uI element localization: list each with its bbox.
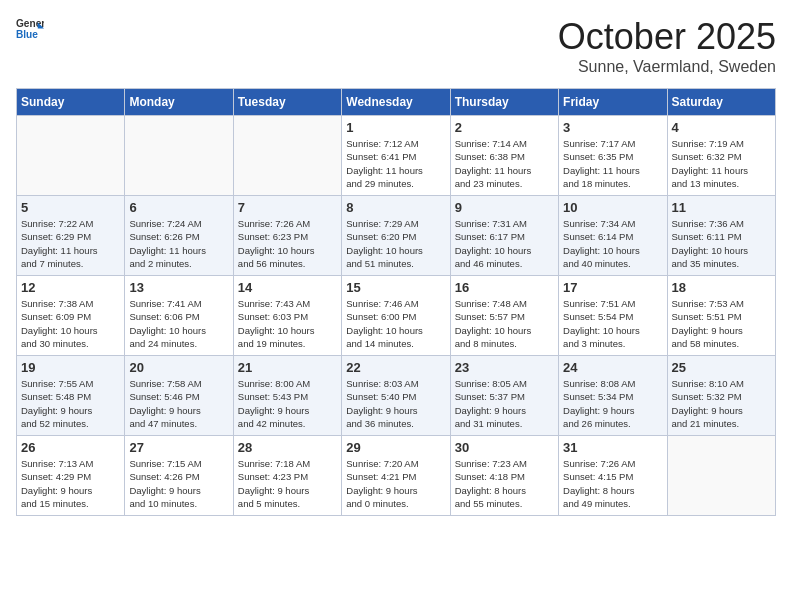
day-number: 8 xyxy=(346,200,445,215)
day-info: Sunrise: 7:14 AM Sunset: 6:38 PM Dayligh… xyxy=(455,137,554,190)
day-number: 4 xyxy=(672,120,771,135)
calendar-cell xyxy=(667,436,775,516)
title-area: October 2025 Sunne, Vaermland, Sweden xyxy=(558,16,776,76)
calendar-week-row: 19Sunrise: 7:55 AM Sunset: 5:48 PM Dayli… xyxy=(17,356,776,436)
calendar-cell: 29Sunrise: 7:20 AM Sunset: 4:21 PM Dayli… xyxy=(342,436,450,516)
calendar-cell: 10Sunrise: 7:34 AM Sunset: 6:14 PM Dayli… xyxy=(559,196,667,276)
day-info: Sunrise: 7:13 AM Sunset: 4:29 PM Dayligh… xyxy=(21,457,120,510)
day-info: Sunrise: 7:43 AM Sunset: 6:03 PM Dayligh… xyxy=(238,297,337,350)
day-info: Sunrise: 7:58 AM Sunset: 5:46 PM Dayligh… xyxy=(129,377,228,430)
day-info: Sunrise: 7:18 AM Sunset: 4:23 PM Dayligh… xyxy=(238,457,337,510)
day-info: Sunrise: 8:00 AM Sunset: 5:43 PM Dayligh… xyxy=(238,377,337,430)
month-title: October 2025 xyxy=(558,16,776,58)
calendar-table: SundayMondayTuesdayWednesdayThursdayFrid… xyxy=(16,88,776,516)
day-info: Sunrise: 7:53 AM Sunset: 5:51 PM Dayligh… xyxy=(672,297,771,350)
calendar-cell: 1Sunrise: 7:12 AM Sunset: 6:41 PM Daylig… xyxy=(342,116,450,196)
calendar-cell: 4Sunrise: 7:19 AM Sunset: 6:32 PM Daylig… xyxy=(667,116,775,196)
day-number: 3 xyxy=(563,120,662,135)
day-number: 26 xyxy=(21,440,120,455)
day-info: Sunrise: 7:46 AM Sunset: 6:00 PM Dayligh… xyxy=(346,297,445,350)
day-info: Sunrise: 8:08 AM Sunset: 5:34 PM Dayligh… xyxy=(563,377,662,430)
dow-header: Tuesday xyxy=(233,89,341,116)
calendar-cell: 8Sunrise: 7:29 AM Sunset: 6:20 PM Daylig… xyxy=(342,196,450,276)
calendar-cell: 23Sunrise: 8:05 AM Sunset: 5:37 PM Dayli… xyxy=(450,356,558,436)
calendar-cell: 21Sunrise: 8:00 AM Sunset: 5:43 PM Dayli… xyxy=(233,356,341,436)
dow-header: Sunday xyxy=(17,89,125,116)
calendar-cell: 31Sunrise: 7:26 AM Sunset: 4:15 PM Dayli… xyxy=(559,436,667,516)
calendar-cell: 25Sunrise: 8:10 AM Sunset: 5:32 PM Dayli… xyxy=(667,356,775,436)
calendar-cell: 14Sunrise: 7:43 AM Sunset: 6:03 PM Dayli… xyxy=(233,276,341,356)
day-info: Sunrise: 7:23 AM Sunset: 4:18 PM Dayligh… xyxy=(455,457,554,510)
day-number: 2 xyxy=(455,120,554,135)
dow-header: Friday xyxy=(559,89,667,116)
calendar-cell: 27Sunrise: 7:15 AM Sunset: 4:26 PM Dayli… xyxy=(125,436,233,516)
calendar-cell: 9Sunrise: 7:31 AM Sunset: 6:17 PM Daylig… xyxy=(450,196,558,276)
day-number: 25 xyxy=(672,360,771,375)
day-info: Sunrise: 7:36 AM Sunset: 6:11 PM Dayligh… xyxy=(672,217,771,270)
calendar-cell: 3Sunrise: 7:17 AM Sunset: 6:35 PM Daylig… xyxy=(559,116,667,196)
day-number: 14 xyxy=(238,280,337,295)
calendar-cell: 2Sunrise: 7:14 AM Sunset: 6:38 PM Daylig… xyxy=(450,116,558,196)
calendar-cell: 30Sunrise: 7:23 AM Sunset: 4:18 PM Dayli… xyxy=(450,436,558,516)
day-number: 27 xyxy=(129,440,228,455)
day-number: 13 xyxy=(129,280,228,295)
day-info: Sunrise: 7:29 AM Sunset: 6:20 PM Dayligh… xyxy=(346,217,445,270)
calendar-week-row: 1Sunrise: 7:12 AM Sunset: 6:41 PM Daylig… xyxy=(17,116,776,196)
subtitle: Sunne, Vaermland, Sweden xyxy=(558,58,776,76)
calendar-cell: 13Sunrise: 7:41 AM Sunset: 6:06 PM Dayli… xyxy=(125,276,233,356)
day-info: Sunrise: 7:31 AM Sunset: 6:17 PM Dayligh… xyxy=(455,217,554,270)
day-info: Sunrise: 7:15 AM Sunset: 4:26 PM Dayligh… xyxy=(129,457,228,510)
day-number: 19 xyxy=(21,360,120,375)
day-info: Sunrise: 7:20 AM Sunset: 4:21 PM Dayligh… xyxy=(346,457,445,510)
day-number: 10 xyxy=(563,200,662,215)
day-number: 18 xyxy=(672,280,771,295)
calendar-cell: 6Sunrise: 7:24 AM Sunset: 6:26 PM Daylig… xyxy=(125,196,233,276)
calendar-week-row: 12Sunrise: 7:38 AM Sunset: 6:09 PM Dayli… xyxy=(17,276,776,356)
calendar-cell: 12Sunrise: 7:38 AM Sunset: 6:09 PM Dayli… xyxy=(17,276,125,356)
day-number: 21 xyxy=(238,360,337,375)
logo-icon: General Blue xyxy=(16,16,44,44)
calendar-cell xyxy=(17,116,125,196)
calendar-cell: 28Sunrise: 7:18 AM Sunset: 4:23 PM Dayli… xyxy=(233,436,341,516)
day-info: Sunrise: 7:24 AM Sunset: 6:26 PM Dayligh… xyxy=(129,217,228,270)
day-number: 31 xyxy=(563,440,662,455)
day-number: 7 xyxy=(238,200,337,215)
day-info: Sunrise: 7:22 AM Sunset: 6:29 PM Dayligh… xyxy=(21,217,120,270)
calendar-cell: 18Sunrise: 7:53 AM Sunset: 5:51 PM Dayli… xyxy=(667,276,775,356)
svg-text:Blue: Blue xyxy=(16,29,38,40)
calendar-cell: 24Sunrise: 8:08 AM Sunset: 5:34 PM Dayli… xyxy=(559,356,667,436)
day-info: Sunrise: 7:26 AM Sunset: 4:15 PM Dayligh… xyxy=(563,457,662,510)
day-number: 23 xyxy=(455,360,554,375)
calendar-week-row: 5Sunrise: 7:22 AM Sunset: 6:29 PM Daylig… xyxy=(17,196,776,276)
day-number: 12 xyxy=(21,280,120,295)
dow-header: Wednesday xyxy=(342,89,450,116)
day-number: 9 xyxy=(455,200,554,215)
calendar-cell: 17Sunrise: 7:51 AM Sunset: 5:54 PM Dayli… xyxy=(559,276,667,356)
calendar-cell: 7Sunrise: 7:26 AM Sunset: 6:23 PM Daylig… xyxy=(233,196,341,276)
day-number: 6 xyxy=(129,200,228,215)
calendar-cell: 11Sunrise: 7:36 AM Sunset: 6:11 PM Dayli… xyxy=(667,196,775,276)
dow-header: Saturday xyxy=(667,89,775,116)
day-info: Sunrise: 7:41 AM Sunset: 6:06 PM Dayligh… xyxy=(129,297,228,350)
calendar-cell: 26Sunrise: 7:13 AM Sunset: 4:29 PM Dayli… xyxy=(17,436,125,516)
logo: General Blue xyxy=(16,16,44,44)
day-info: Sunrise: 7:55 AM Sunset: 5:48 PM Dayligh… xyxy=(21,377,120,430)
day-info: Sunrise: 8:05 AM Sunset: 5:37 PM Dayligh… xyxy=(455,377,554,430)
day-of-week-row: SundayMondayTuesdayWednesdayThursdayFrid… xyxy=(17,89,776,116)
day-number: 16 xyxy=(455,280,554,295)
day-info: Sunrise: 7:19 AM Sunset: 6:32 PM Dayligh… xyxy=(672,137,771,190)
day-number: 5 xyxy=(21,200,120,215)
day-number: 28 xyxy=(238,440,337,455)
calendar-cell: 5Sunrise: 7:22 AM Sunset: 6:29 PM Daylig… xyxy=(17,196,125,276)
calendar-cell: 16Sunrise: 7:48 AM Sunset: 5:57 PM Dayli… xyxy=(450,276,558,356)
day-info: Sunrise: 7:34 AM Sunset: 6:14 PM Dayligh… xyxy=(563,217,662,270)
day-info: Sunrise: 7:38 AM Sunset: 6:09 PM Dayligh… xyxy=(21,297,120,350)
day-number: 11 xyxy=(672,200,771,215)
calendar-cell xyxy=(233,116,341,196)
calendar-body: 1Sunrise: 7:12 AM Sunset: 6:41 PM Daylig… xyxy=(17,116,776,516)
calendar-cell xyxy=(125,116,233,196)
header: General Blue October 2025 Sunne, Vaermla… xyxy=(16,16,776,76)
day-number: 15 xyxy=(346,280,445,295)
day-number: 30 xyxy=(455,440,554,455)
day-number: 24 xyxy=(563,360,662,375)
